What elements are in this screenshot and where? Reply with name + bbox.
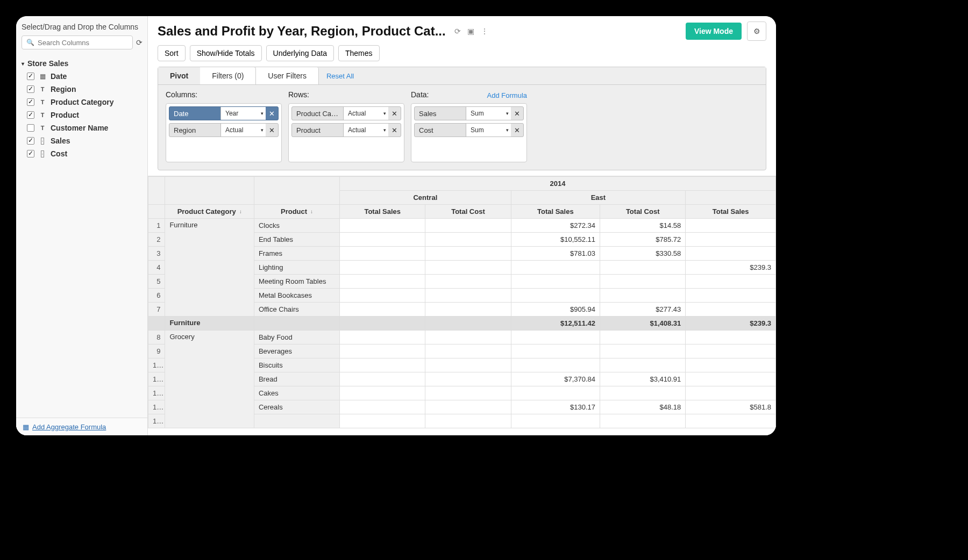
field-type-icon: T bbox=[39, 125, 46, 131]
chevron-down-icon: ▾ bbox=[22, 61, 24, 67]
pill-sales[interactable]: Sales Sum▾ ✕ bbox=[414, 106, 524, 120]
pill-agg-dropdown[interactable]: Sum▾ bbox=[466, 124, 511, 137]
field-type-icon: T bbox=[39, 86, 46, 92]
reset-all-link[interactable]: Reset All bbox=[319, 72, 361, 80]
view-mode-button[interactable]: View Mode bbox=[686, 23, 742, 40]
field-product[interactable]: T Product bbox=[22, 109, 142, 121]
pill-region[interactable]: Region Actual▾ ✕ bbox=[169, 123, 279, 137]
checkbox[interactable] bbox=[27, 111, 34, 119]
rows-label: Rows: bbox=[288, 90, 404, 100]
close-icon[interactable]: ✕ bbox=[388, 126, 401, 134]
year-header: 2014 bbox=[340, 177, 776, 191]
chevron-down-icon: ▾ bbox=[506, 111, 509, 116]
field-type-icon: ▦ bbox=[39, 73, 46, 80]
tab-pivot[interactable]: Pivot bbox=[158, 67, 200, 84]
columns-label: Columns: bbox=[166, 90, 282, 100]
underlying-data-button[interactable]: Underlying Data bbox=[266, 45, 334, 61]
pill-label: Product Cate... bbox=[292, 110, 343, 118]
col-product[interactable]: Product↓ bbox=[254, 205, 339, 219]
sort-icon: ↓ bbox=[239, 209, 242, 214]
data-dropzone[interactable]: Sales Sum▾ ✕Cost Sum▾ ✕ bbox=[411, 103, 527, 162]
field-label: Product bbox=[51, 111, 79, 119]
col-total-sales[interactable]: Total Sales bbox=[511, 205, 600, 219]
close-icon[interactable]: ✕ bbox=[266, 126, 278, 134]
checkbox[interactable] bbox=[27, 124, 34, 132]
chevron-down-icon: ▾ bbox=[261, 111, 264, 116]
checkbox[interactable] bbox=[27, 137, 34, 145]
table-row[interactable]: 8GroceryBaby Food bbox=[148, 331, 776, 344]
tab-filters[interactable]: Filters (0) bbox=[200, 67, 256, 84]
pill-label: Product bbox=[292, 126, 343, 134]
pill-label: Cost bbox=[415, 126, 466, 134]
pill-agg-dropdown[interactable]: Year▾ bbox=[220, 107, 266, 120]
sidebar-title: Select/Drag and Drop the Columns bbox=[16, 16, 147, 35]
pill-cost[interactable]: Cost Sum▾ ✕ bbox=[414, 123, 524, 137]
refresh-icon[interactable]: ⟳ bbox=[136, 38, 143, 47]
field-product-category[interactable]: T Product Category bbox=[22, 96, 142, 109]
pill-product-cate---[interactable]: Product Cate... Actual▾ ✕ bbox=[291, 106, 401, 120]
checkbox[interactable] bbox=[27, 85, 34, 93]
columns-dropzone[interactable]: Date Year▾ ✕Region Actual▾ ✕ bbox=[166, 103, 282, 162]
checkbox[interactable] bbox=[27, 150, 34, 157]
add-aggregate-formula-link[interactable]: ▦ Add Aggregate Formula bbox=[23, 423, 106, 431]
field-date[interactable]: ▦ Date bbox=[22, 70, 142, 83]
pill-agg-dropdown[interactable]: Actual▾ bbox=[343, 124, 388, 137]
field-type-icon: T bbox=[39, 99, 46, 105]
field-label: Product Category bbox=[51, 98, 113, 106]
sort-icon: ↓ bbox=[310, 209, 313, 214]
group-store-sales[interactable]: ▾ Store Sales bbox=[22, 57, 142, 70]
pill-label: Region bbox=[169, 126, 220, 134]
col-total-sales[interactable]: Total Sales bbox=[340, 205, 425, 219]
close-icon[interactable]: ✕ bbox=[266, 110, 278, 118]
col-product-category[interactable]: Product Category↓ bbox=[165, 205, 254, 219]
pivot-config: Pivot Filters (0) User Filters Reset All… bbox=[158, 67, 766, 170]
tab-user-filters[interactable]: User Filters bbox=[256, 67, 319, 84]
field-region[interactable]: T Region bbox=[22, 83, 142, 96]
table-row[interactable]: 1FurnitureClocks$272.34$14.58 bbox=[148, 219, 776, 233]
search-input[interactable] bbox=[38, 39, 128, 47]
pill-agg-dropdown[interactable]: Actual▾ bbox=[343, 107, 388, 120]
rows-dropzone[interactable]: Product Cate... Actual▾ ✕Product Actual▾… bbox=[288, 103, 404, 162]
search-input-wrapper[interactable]: 🔍 bbox=[22, 35, 133, 49]
chevron-down-icon: ▾ bbox=[383, 111, 386, 116]
field-customer-name[interactable]: T Customer Name bbox=[22, 121, 142, 134]
pivot-table[interactable]: 2014 Central East Product Category↓ Prod… bbox=[148, 176, 776, 435]
pill-agg-dropdown[interactable]: Sum▾ bbox=[466, 107, 511, 120]
themes-button[interactable]: Themes bbox=[338, 45, 380, 61]
sidebar: Select/Drag and Drop the Columns 🔍 ⟳ ⋮ ▾… bbox=[16, 16, 148, 435]
close-icon[interactable]: ✕ bbox=[511, 110, 523, 118]
page-title: Sales and Profit by Year, Region, Produc… bbox=[158, 24, 446, 39]
pill-label: Sales bbox=[415, 110, 466, 118]
refresh-icon[interactable]: ⟳ bbox=[454, 27, 461, 35]
pill-date[interactable]: Date Year▾ ✕ bbox=[169, 106, 279, 120]
pill-agg-dropdown[interactable]: Actual▾ bbox=[220, 124, 266, 137]
pill-product[interactable]: Product Actual▾ ✕ bbox=[291, 123, 401, 137]
table-row[interactable]: Furniture$12,511.42$1,408.31$239.3 bbox=[148, 317, 776, 331]
gear-icon: ⚙ bbox=[753, 27, 760, 35]
col-total-sales[interactable]: Total Sales bbox=[686, 205, 776, 219]
field-sales[interactable]: · Sales bbox=[22, 134, 142, 147]
add-formula-link[interactable]: Add Formula bbox=[487, 91, 527, 99]
formula-icon: ▦ bbox=[23, 423, 29, 431]
chevron-down-icon: ▾ bbox=[261, 127, 264, 133]
close-icon[interactable]: ✕ bbox=[511, 126, 523, 134]
group-label: Store Sales bbox=[27, 59, 68, 68]
save-icon[interactable]: ▣ bbox=[467, 27, 474, 35]
col-total-cost[interactable]: Total Cost bbox=[425, 205, 511, 219]
pill-label: Date bbox=[169, 110, 220, 118]
col-total-cost[interactable]: Total Cost bbox=[600, 205, 686, 219]
settings-button[interactable]: ⚙ bbox=[747, 21, 766, 41]
chevron-down-icon: ▾ bbox=[506, 127, 509, 133]
show-hide-totals-button[interactable]: Show/Hide Totals bbox=[190, 45, 262, 61]
region-east: East bbox=[511, 191, 686, 205]
more-icon[interactable]: ⋮ bbox=[481, 27, 488, 35]
checkbox[interactable] bbox=[27, 98, 34, 106]
field-label: Customer Name bbox=[51, 124, 108, 132]
chevron-down-icon: ▾ bbox=[383, 127, 386, 133]
main-area: Sales and Profit by Year, Region, Produc… bbox=[148, 16, 776, 435]
sort-button[interactable]: Sort bbox=[158, 45, 186, 61]
region-next bbox=[686, 191, 776, 205]
close-icon[interactable]: ✕ bbox=[388, 110, 401, 118]
checkbox[interactable] bbox=[27, 73, 34, 80]
field-cost[interactable]: · Cost bbox=[22, 147, 142, 160]
